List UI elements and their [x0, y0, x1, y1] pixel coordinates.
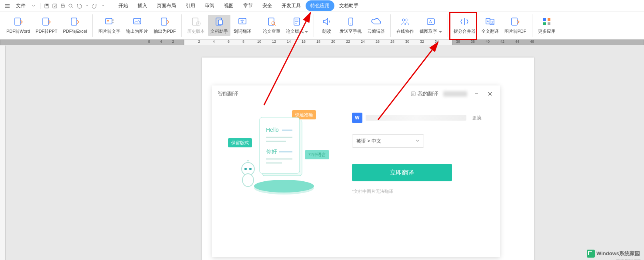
file-menu[interactable]: 文件 [13, 1, 29, 11]
tab-devtools[interactable]: 开发工具 [277, 0, 306, 11]
svg-rect-4 [62, 4, 64, 5]
read-aloud-label: 朗读 [322, 28, 331, 34]
img-to-text-icon [104, 16, 115, 27]
paper-check-label: 论文查重 [263, 28, 280, 34]
img-to-text-button[interactable]: 图片转文字 [96, 15, 123, 36]
ruler-tick: 2 [172, 40, 174, 44]
more-apps-button[interactable]: 更多应用 [536, 15, 558, 36]
export-img-label: 输出为图片 [126, 28, 148, 34]
print-preview-icon[interactable] [68, 3, 74, 9]
ribbon-toolbar: PDF转WordPDF转PPTPDF转Excel图片转文字输出为图片输出为PDF… [0, 12, 644, 39]
my-translations-icon[interactable]: 我的翻译 [410, 90, 438, 97]
ribbon-separator [532, 14, 532, 37]
export-pdf-button[interactable]: 输出为PDF [151, 15, 178, 36]
tab-review[interactable]: 审阅 [200, 0, 219, 11]
tab-start[interactable]: 开始 [114, 0, 133, 11]
vertical-ruler [0, 46, 6, 260]
tab-chapter[interactable]: 章节 [238, 0, 258, 11]
watermark-sub: www.rjzxw.com [616, 258, 641, 260]
redo-icon[interactable] [92, 3, 98, 9]
cloud-edit-button[interactable]: 云编辑器 [365, 15, 387, 36]
paper-check-button[interactable]: 论文查重 [260, 15, 283, 36]
ruler-tick: 18 [316, 40, 320, 44]
dialog-controls: W 更换 英语 > 中文 立即翻译 *文档中图片无法翻译 [352, 106, 492, 249]
pdf-to-word-button[interactable]: PDF转Word [4, 15, 32, 36]
pdf-to-excel-button[interactable]: PDF转Excel [61, 15, 90, 36]
ribbon-group: 论文查重论文版式 [259, 14, 312, 37]
print-icon[interactable] [60, 3, 66, 9]
watermark: Windows系统家园 www.rjzxw.com [584, 248, 643, 259]
screenshot-icon: A [426, 16, 436, 27]
tab-doc-assistant[interactable]: 文档助手 [334, 0, 363, 11]
ruler-tick: 36 [456, 40, 460, 44]
screenshot-button[interactable]: A截图取字 [417, 15, 444, 36]
ruler-tick: 34 [435, 40, 439, 44]
translate-button[interactable]: 立即翻译 [352, 164, 452, 181]
history-label: 历史版本 [187, 28, 205, 34]
split-merge-button[interactable]: 拆分合并器 [451, 15, 478, 36]
hamburger-icon[interactable] [4, 3, 10, 9]
ruler-tick: 22 [346, 40, 350, 44]
svg-rect-13 [192, 18, 198, 25]
pdf-to-ppt-button[interactable]: PDF转PPT [33, 15, 60, 36]
read-aloud-icon [322, 16, 332, 27]
tab-layout[interactable]: 页面布局 [152, 0, 181, 11]
tab-insert[interactable]: 插入 [133, 0, 152, 11]
screenshot-label: 截图取字 [420, 28, 442, 34]
doc-type-icon: W [352, 113, 362, 123]
send-phone-label: 发送至手机 [340, 28, 362, 34]
illustration: 快速准确 保留版式 72种语言 Hello 你好 [220, 106, 340, 249]
close-button[interactable] [486, 89, 494, 98]
svg-point-5 [69, 4, 72, 7]
svg-rect-33 [543, 18, 546, 21]
tab-references[interactable]: 引用 [181, 0, 200, 11]
svg-rect-2 [53, 4, 57, 8]
ruler-tick: 20 [331, 40, 335, 44]
ribbon-separator [181, 14, 182, 37]
ribbon-group: 朗读发送至手机云编辑器 [316, 14, 389, 37]
tab-security[interactable]: 安全 [258, 0, 277, 11]
save-as-icon[interactable] [52, 3, 58, 9]
split-merge-icon [459, 16, 470, 27]
export-pdf-label: 输出为PDF [154, 28, 176, 34]
save-icon[interactable] [44, 3, 50, 9]
undo-chevron-icon[interactable] [84, 3, 90, 9]
ruler-tick: 44 [515, 40, 519, 44]
paper-format-button[interactable]: 论文版式 [284, 15, 310, 36]
cloud-edit-label: 云编辑器 [367, 28, 385, 34]
minimize-button[interactable] [472, 89, 481, 98]
word-translate-button[interactable]: 文划词翻译 [231, 15, 254, 36]
tab-view[interactable]: 视图 [219, 0, 238, 11]
svg-text:A: A [429, 20, 432, 24]
ruler-tick: 46 [530, 40, 534, 44]
pdf-to-word-label: PDF转Word [6, 28, 30, 34]
svg-point-52 [247, 160, 249, 161]
redo-chevron-icon[interactable] [100, 3, 106, 9]
svg-point-25 [406, 19, 408, 21]
export-img-button[interactable]: 输出为图片 [124, 15, 150, 36]
ruler-tick: 24 [361, 40, 365, 44]
pdf-to-excel-label: PDF转Excel [63, 28, 87, 34]
paper-format-label: 论文版式 [286, 28, 308, 34]
tab-special-apps[interactable]: 特色应用 [306, 0, 334, 11]
send-phone-icon [346, 16, 356, 27]
svg-rect-3 [61, 5, 64, 7]
img-to-pdf-button[interactable]: 图片转PDF [502, 15, 529, 36]
dialog-title: 智能翻译 [218, 90, 238, 97]
history-icon [191, 16, 201, 27]
ruler-tick: 4 [160, 40, 162, 44]
chevron-down-icon[interactable] [30, 3, 37, 9]
online-collab-label: 在线协作 [396, 28, 414, 34]
full-translate-button[interactable]: A文全文翻译 [479, 15, 501, 36]
hint-text: *文档中图片无法翻译 [352, 189, 484, 195]
language-select[interactable]: 英语 > 中文 [352, 134, 424, 148]
online-collab-button[interactable]: 在线协作 [394, 15, 416, 36]
svg-point-10 [107, 20, 109, 22]
read-aloud-button[interactable]: 朗读 [317, 15, 336, 36]
swap-document-button[interactable]: 更换 [470, 113, 484, 123]
send-phone-button[interactable]: 发送至手机 [337, 15, 364, 36]
undo-icon[interactable] [76, 3, 82, 9]
history-button: 历史版本 [185, 15, 207, 36]
doc-assistant-button[interactable]: 文档助手 [208, 15, 230, 36]
doc-assistant-icon [214, 16, 224, 27]
